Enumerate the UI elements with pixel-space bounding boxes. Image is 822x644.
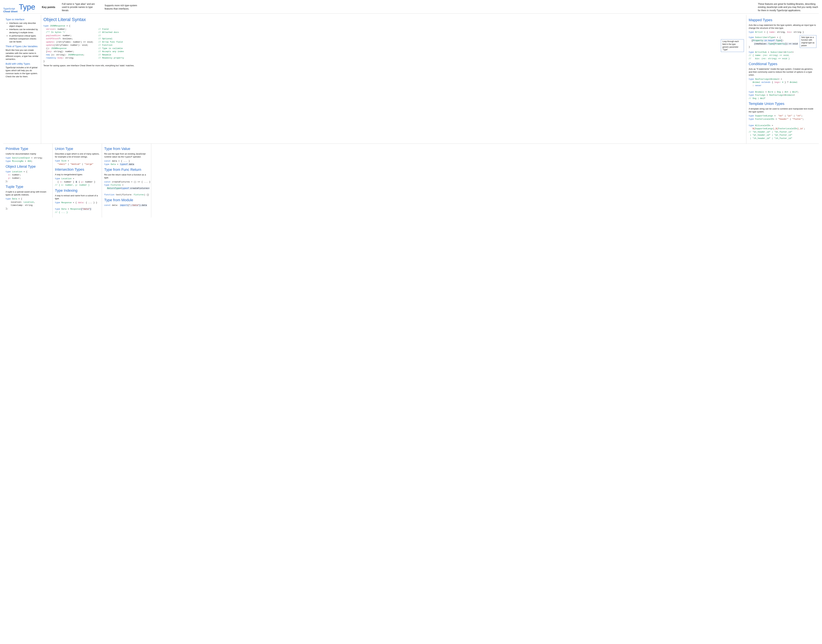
callout-sets-type: Sets type as a function with original ty… [800, 35, 816, 48]
mapped-desc: Acts like a map statement for the type s… [749, 24, 816, 29]
tmpl-desc: A template string can be used to combine… [749, 107, 816, 113]
ols-code: type JSONResponse = { version: number;//… [43, 25, 718, 63]
mapped-code-subscriber: type Subscriber<Type> = { [Property in k… [749, 36, 798, 49]
col-type-from: Type from Value Re-use the type from an … [102, 144, 151, 218]
header-bar: TypeScript Cheat Sheet Type Key points F… [3, 2, 819, 14]
keypoint-2: Supports more rich type-system features … [104, 4, 141, 10]
brand: TypeScript Cheat Sheet Type [3, 2, 35, 13]
index-code: type Response = { data: { ... } } type D… [55, 201, 100, 214]
tuple-title: Tuple Type [6, 184, 50, 189]
right-top-column: Mapped Types Acts like a map statement f… [746, 15, 819, 144]
tfr-code: const createFixtures = () => { ... } typ… [104, 180, 149, 196]
cond-title: Conditional Types [749, 61, 816, 67]
inter-desc: A way to merge/extend types [55, 173, 100, 176]
tmpl-code: type SupportedLangs = "en" | "pt" | "zh"… [749, 114, 816, 140]
index-desc: A way to extract and name from a subset … [55, 194, 100, 200]
brand-line1: TypeScript [3, 8, 18, 10]
cond-desc: Acts as "if statements" inside the type … [749, 67, 816, 77]
sidebar: Type vs Interface Interfaces can only de… [3, 15, 41, 144]
side-h-variables: Think of Types Like Variables [6, 44, 38, 48]
keypoints-label: Key points [42, 5, 55, 9]
brand-line2: Cheat Sheet [3, 10, 18, 13]
tfv-code: const data = { ... } type Data = typeof … [104, 159, 149, 166]
tuple-desc: A tuple is a special-cased array with kn… [6, 190, 50, 196]
mapped-title: Mapped Types [749, 18, 816, 23]
brand-main: Type [19, 2, 35, 12]
side-p: TypeScript includes a lot of global type… [6, 66, 38, 78]
prim-desc: Useful for documentation mainly [6, 152, 50, 155]
section-object-literal-syntax: Object Literal Syntax type JSONResponse … [41, 15, 746, 144]
side-bullet: Interfaces can be extended by declaring … [9, 28, 38, 34]
keypoint-3: These features are great for building li… [758, 3, 819, 12]
tfr-desc: Re-use the return value from a function … [104, 173, 149, 179]
objlit-title: Object Literal Type [6, 164, 50, 169]
prim-code: type SanitizedInput = string; type Missi… [6, 156, 50, 163]
side-h-utility: Build with Utility Types [6, 62, 38, 66]
col-union: Union Type Describes a type which is one… [53, 144, 102, 218]
index-title: Type Indexing [55, 188, 100, 193]
mapped-code-artistsub: type ArtistSub = Subscriber<Artist> // {… [749, 51, 816, 60]
side-bullet: In performance critical types interface … [9, 34, 38, 43]
col-spacer [151, 144, 819, 218]
side-h-type-vs-interface: Type vs Interface [6, 18, 38, 21]
prim-title: Primitive Type [6, 146, 50, 152]
side-p: Much like how you can create variables w… [6, 49, 38, 61]
ols-title: Object Literal Syntax [43, 16, 718, 23]
cond-code: type HasFourLegs<Animal> = Animal extend… [749, 78, 816, 100]
tfv-desc: Re-use the type from an existing JavaScr… [104, 152, 149, 158]
tfm-title: Type from Module [104, 198, 149, 203]
tmpl-title: Template Union Types [749, 101, 816, 106]
side-bullet: Interfaces can only describe object shap… [9, 22, 38, 28]
tuple-code: type Data = [ location: Location, timest… [6, 197, 50, 210]
union-desc: Describes a type which is one of many op… [55, 152, 100, 158]
tfm-code: const data: import("./data").data [104, 204, 149, 207]
row-bottom: Primitive Type Useful for documentation … [3, 144, 819, 218]
keypoint-1: Full name is "type alias" and are used t… [62, 3, 98, 12]
objlit-code: type Location = { x: number; y: number; … [6, 170, 50, 183]
union-code: type Size = "small" | "medium" | "large" [55, 159, 100, 166]
mapped-code-artist: type Artist = { name: string, bio: strin… [749, 31, 816, 34]
row-top: Type vs Interface Interfaces can only de… [3, 15, 819, 144]
inter-title: Intersection Types [55, 167, 100, 172]
col-primitive: Primitive Type Useful for documentation … [3, 144, 53, 218]
tfr-title: Type from Func Return [104, 167, 149, 172]
tfv-title: Type from Value [104, 146, 149, 152]
inter-code: type Location = { x: number } & { y: num… [55, 177, 100, 187]
ols-tail: Terser for saving space, see Interface C… [43, 64, 718, 67]
union-title: Union Type [55, 146, 100, 152]
callout-loop: Loop through each field in the type gene… [721, 39, 744, 52]
